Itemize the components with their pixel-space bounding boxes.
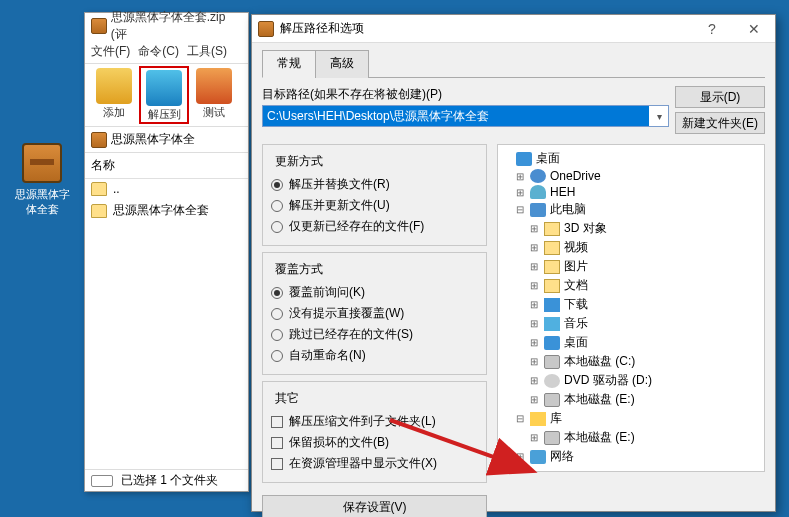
help-titlebar-button[interactable]: ? <box>691 15 733 43</box>
expand-icon[interactable]: ⊞ <box>528 261 540 272</box>
tree-node[interactable]: ⊞OneDrive <box>500 168 762 184</box>
check-subfolder[interactable]: 解压压缩文件到子文件夹(L) <box>271 411 478 432</box>
radio-overwrite-no-prompt[interactable]: 没有提示直接覆盖(W) <box>271 303 478 324</box>
add-icon <box>96 68 132 104</box>
folder-tree[interactable]: 桌面⊞OneDrive⊞HEH⊟此电脑⊞3D 对象⊞视频⊞图片⊞文档⊞下载⊞音乐… <box>497 144 765 472</box>
dest-path-label: 目标路径(如果不存在将被创建)(P) <box>262 86 669 103</box>
column-name[interactable]: 名称 <box>85 153 248 179</box>
radio-freshen-only[interactable]: 仅更新已经存在的文件(F) <box>271 216 478 237</box>
winrar-window: 思源黑体字体全套.zip (评 文件(F) 命令(C) 工具(S) 添加 解压到… <box>84 12 249 492</box>
dest-path-selection: C:\Users\HEH\Desktop\思源黑体字体全套 <box>263 106 649 126</box>
fold-icon <box>544 241 560 255</box>
menu-file[interactable]: 文件(F) <box>91 43 130 60</box>
tree-node[interactable]: ⊞本地磁盘 (C:) <box>500 352 762 371</box>
desktop-rar-icon[interactable]: 思源黑体字体全套 <box>12 143 72 217</box>
list-item[interactable]: 思源黑体字体全套 <box>85 199 248 222</box>
radio-skip-existing[interactable]: 跳过已经存在的文件(S) <box>271 324 478 345</box>
tree-label: 本地磁盘 (E:) <box>564 391 635 408</box>
expand-icon[interactable]: ⊟ <box>514 204 526 215</box>
tree-node[interactable]: ⊞DVD 驱动器 (D:) <box>500 371 762 390</box>
dest-path-combo[interactable]: C:\Users\HEH\Desktop\思源黑体字体全套 ▾ <box>262 105 669 127</box>
check-show-explorer[interactable]: 在资源管理器中显示文件(X) <box>271 453 478 474</box>
tree-label: OneDrive <box>550 169 601 183</box>
tree-node[interactable]: ⊞本地磁盘 (E:) <box>500 390 762 409</box>
lib-icon <box>530 412 546 426</box>
dialog-titlebar[interactable]: 解压路径和选项 ? ✕ <box>252 15 775 43</box>
folder-icon <box>91 182 107 196</box>
expand-icon[interactable]: ⊞ <box>528 375 540 386</box>
close-icon[interactable]: ✕ <box>733 15 775 43</box>
tool-extract-to[interactable]: 解压到 <box>139 66 189 124</box>
check-keep-broken[interactable]: 保留损坏的文件(B) <box>271 432 478 453</box>
tree-label: 桌面 <box>536 150 560 167</box>
extract-dialog: 解压路径和选项 ? ✕ 常规 高级 目标路径(如果不存在将被创建)(P) C:\… <box>251 14 776 512</box>
test-icon <box>196 68 232 104</box>
expand-icon[interactable]: ⊟ <box>514 413 526 424</box>
tree-label: 库 <box>550 410 562 427</box>
extract-icon <box>146 70 182 106</box>
expand-icon[interactable]: ⊞ <box>528 318 540 329</box>
tree-node[interactable]: ⊞音乐 <box>500 314 762 333</box>
expand-icon[interactable]: ⊞ <box>528 280 540 291</box>
winrar-statusbar: 已选择 1 个文件夹 <box>85 469 248 491</box>
tree-node[interactable]: ⊞HEH <box>500 184 762 200</box>
user-icon <box>530 185 546 199</box>
fold-icon <box>544 260 560 274</box>
winrar-title-text: 思源黑体字体全套.zip (评 <box>111 9 242 43</box>
expand-icon[interactable]: ⊞ <box>528 337 540 348</box>
music-icon <box>544 317 560 331</box>
expand-icon[interactable]: ⊞ <box>528 299 540 310</box>
tree-label: 下载 <box>564 296 588 313</box>
list-item[interactable]: .. <box>85 179 248 199</box>
disk-icon <box>544 431 560 445</box>
tree-node[interactable]: 桌面 <box>500 149 762 168</box>
tree-node[interactable]: ⊞网络 <box>500 447 762 466</box>
overwrite-mode-group: 覆盖方式 覆盖前询问(K) 没有提示直接覆盖(W) 跳过已经存在的文件(S) 自… <box>262 252 487 375</box>
tree-node[interactable]: ⊞下载 <box>500 295 762 314</box>
chevron-down-icon[interactable]: ▾ <box>650 106 668 126</box>
status-text: 已选择 1 个文件夹 <box>121 472 218 489</box>
expand-icon[interactable]: ⊞ <box>514 171 526 182</box>
tab-advanced[interactable]: 高级 <box>315 50 369 78</box>
radio-extract-update[interactable]: 解压并更新文件(U) <box>271 195 478 216</box>
tree-node[interactable]: ⊞图片 <box>500 257 762 276</box>
expand-icon[interactable]: ⊞ <box>514 187 526 198</box>
dialog-tabs: 常规 高级 <box>262 49 765 78</box>
expand-icon[interactable]: ⊞ <box>528 394 540 405</box>
tool-add[interactable]: 添加 <box>89 66 139 124</box>
menu-command[interactable]: 命令(C) <box>138 43 179 60</box>
desk-icon <box>544 336 560 350</box>
radio-auto-rename[interactable]: 自动重命名(N) <box>271 345 478 366</box>
tree-node[interactable]: ⊞桌面 <box>500 333 762 352</box>
new-folder-button[interactable]: 新建文件夹(E) <box>675 112 765 134</box>
expand-icon[interactable]: ⊞ <box>528 356 540 367</box>
tree-node[interactable]: ⊞本地磁盘 (E:) <box>500 428 762 447</box>
radio-extract-replace[interactable]: 解压并替换文件(R) <box>271 174 478 195</box>
menu-tools[interactable]: 工具(S) <box>187 43 227 60</box>
tree-label: 此电脑 <box>550 201 586 218</box>
winrar-app-icon <box>91 18 107 34</box>
tree-node[interactable]: ⊟此电脑 <box>500 200 762 219</box>
tab-general[interactable]: 常规 <box>262 50 316 78</box>
dvd-icon <box>544 374 560 388</box>
display-button[interactable]: 显示(D) <box>675 86 765 108</box>
winrar-titlebar[interactable]: 思源黑体字体全套.zip (评 <box>85 13 248 39</box>
expand-icon[interactable]: ⊞ <box>528 223 540 234</box>
tree-label: 桌面 <box>564 334 588 351</box>
expand-icon[interactable]: ⊞ <box>514 451 526 462</box>
tree-node[interactable]: ⊟库 <box>500 409 762 428</box>
save-settings-button[interactable]: 保存设置(V) <box>262 495 487 517</box>
tree-node[interactable]: ⊞视频 <box>500 238 762 257</box>
tree-label: 3D 对象 <box>564 220 607 237</box>
tree-node[interactable]: ⊞文档 <box>500 276 762 295</box>
winrar-address-bar[interactable]: 思源黑体字体全 <box>85 127 248 152</box>
tree-node[interactable]: ⊞3D 对象 <box>500 219 762 238</box>
disk-icon <box>544 355 560 369</box>
expand-icon[interactable]: ⊞ <box>528 432 540 443</box>
radio-ask-overwrite[interactable]: 覆盖前询问(K) <box>271 282 478 303</box>
winrar-menubar: 文件(F) 命令(C) 工具(S) <box>85 39 248 63</box>
folder-icon <box>91 204 107 218</box>
expand-icon[interactable]: ⊞ <box>528 242 540 253</box>
tool-test[interactable]: 测试 <box>189 66 239 124</box>
pc-icon <box>530 203 546 217</box>
